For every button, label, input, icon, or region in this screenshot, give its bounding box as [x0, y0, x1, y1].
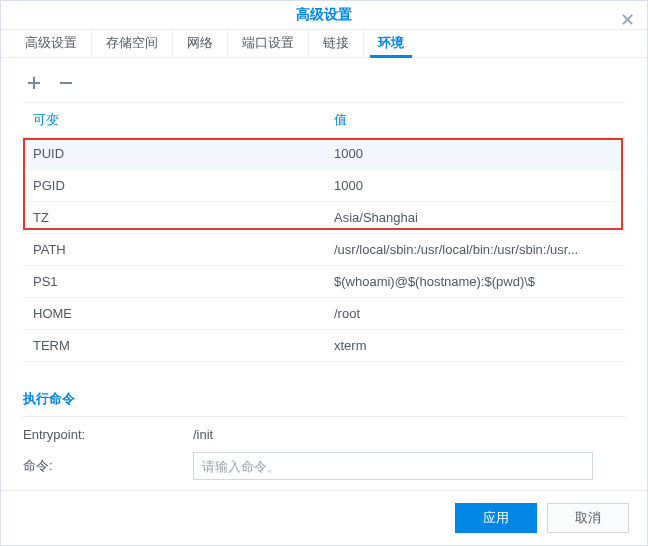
divider [23, 416, 625, 417]
close-icon[interactable]: ✕ [620, 9, 635, 31]
remove-icon[interactable] [57, 74, 75, 92]
cell-variable: HOME [23, 298, 324, 330]
tab-5[interactable]: 环境 [364, 30, 418, 58]
env-vars-table: 可变 值 PUID1000PGID1000TZAsia/ShanghaiPATH… [23, 102, 625, 362]
cell-variable: PATH [23, 234, 324, 266]
toolbar [23, 68, 625, 102]
cell-variable: TERM [23, 330, 324, 362]
apply-button[interactable]: 应用 [455, 503, 537, 533]
cell-value: xterm [324, 330, 625, 362]
svg-rect-0 [60, 82, 72, 84]
cell-value: 1000 [324, 138, 625, 170]
cell-variable: PGID [23, 170, 324, 202]
table-row[interactable]: TERMxterm [23, 330, 625, 362]
tab-1[interactable]: 存储空间 [92, 30, 173, 58]
tab-3[interactable]: 端口设置 [228, 30, 309, 58]
tab-0[interactable]: 高级设置 [11, 30, 92, 58]
cell-variable: TZ [23, 202, 324, 234]
header-value[interactable]: 值 [324, 103, 625, 138]
titlebar: 高级设置 ✕ [1, 1, 647, 30]
cancel-button[interactable]: 取消 [547, 503, 629, 533]
content-area: 可变 值 PUID1000PGID1000TZAsia/ShanghaiPATH… [1, 58, 647, 490]
table-row[interactable]: PUID1000 [23, 138, 625, 170]
command-input[interactable] [193, 452, 593, 480]
dialog-title: 高级设置 [296, 6, 352, 24]
table-row[interactable]: TZAsia/Shanghai [23, 202, 625, 234]
cell-value: /root [324, 298, 625, 330]
add-icon[interactable] [25, 74, 43, 92]
tab-4[interactable]: 链接 [309, 30, 364, 58]
footer: 应用 取消 [1, 490, 647, 545]
command-row: 命令: [23, 452, 625, 480]
header-variable[interactable]: 可变 [23, 103, 324, 138]
table-row[interactable]: PATH/usr/local/sbin:/usr/local/bin:/usr/… [23, 234, 625, 266]
cell-variable: PS1 [23, 266, 324, 298]
cell-value: $(whoami)@$(hostname):$(pwd)\$ [324, 266, 625, 298]
table-row[interactable]: PGID1000 [23, 170, 625, 202]
table-row[interactable]: PS1$(whoami)@$(hostname):$(pwd)\$ [23, 266, 625, 298]
table-header-row: 可变 值 [23, 103, 625, 138]
exec-section-title: 执行命令 [23, 390, 625, 408]
tab-2[interactable]: 网络 [173, 30, 228, 58]
cell-value: Asia/Shanghai [324, 202, 625, 234]
entrypoint-label: Entrypoint: [23, 427, 193, 442]
cell-value: /usr/local/sbin:/usr/local/bin:/usr/sbin… [324, 234, 625, 266]
cell-value: 1000 [324, 170, 625, 202]
tabs: 高级设置存储空间网络端口设置链接环境 [1, 30, 647, 59]
cell-variable: PUID [23, 138, 324, 170]
table-row[interactable]: HOME/root [23, 298, 625, 330]
advanced-settings-dialog: 高级设置 ✕ 高级设置存储空间网络端口设置链接环境 可变 值 PUID1000P… [0, 0, 648, 546]
entrypoint-value: /init [193, 427, 213, 442]
entrypoint-row: Entrypoint: /init [23, 427, 625, 442]
command-label: 命令: [23, 457, 193, 475]
